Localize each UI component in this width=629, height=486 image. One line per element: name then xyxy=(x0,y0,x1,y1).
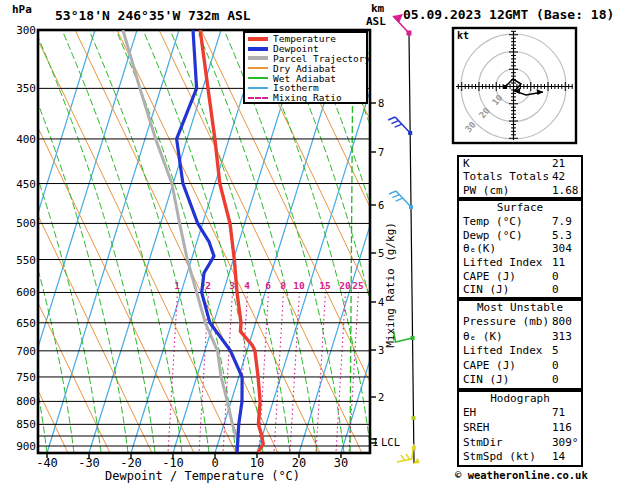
panel-row-label: Dewp (°C) xyxy=(463,229,523,242)
panel-row: CIN (J)0 xyxy=(459,283,581,297)
temperature-tick-label: -10 xyxy=(155,456,191,470)
legend-label: Wet Adiabat xyxy=(273,74,336,83)
panel-row-label: StmSpd (kt) xyxy=(463,450,536,463)
legend-label: Temperature xyxy=(273,34,336,43)
panel-row-value: 309° xyxy=(552,436,579,449)
pressure-tick-label: 600 xyxy=(8,286,36,299)
panel-row-value: 14 xyxy=(552,450,565,463)
mixing-ratio-label: 25 xyxy=(349,280,367,291)
pressure-tick-label: 300 xyxy=(8,24,36,37)
panel-row: StmDir309° xyxy=(459,436,581,451)
legend-swatch xyxy=(248,97,268,99)
altitude-axis-unit-asl: ASL xyxy=(366,15,386,28)
hodograph-unit-label: kt xyxy=(457,30,469,41)
panel-row: Lifted Index5 xyxy=(459,344,581,359)
pressure-tick-label: 350 xyxy=(8,82,36,95)
pressure-tick-label: 750 xyxy=(8,371,36,384)
panel-row: PW (cm)1.68 xyxy=(459,184,581,197)
panel-row-label: StmDir xyxy=(463,436,503,449)
panel-row: StmSpd (kt)14 xyxy=(459,450,581,465)
pressure-tick-label: 700 xyxy=(8,345,36,358)
panel-row: CAPE (J)0 xyxy=(459,359,581,374)
panel-row-value: 0 xyxy=(552,359,559,372)
panel-row-label: EH xyxy=(463,406,476,419)
panel-row-value: 0 xyxy=(552,373,559,386)
panel-row-value: 42 xyxy=(552,170,565,183)
panel-row-value: 800 xyxy=(552,315,572,328)
panel-row-value: 1.68 xyxy=(552,184,579,197)
pressure-unit-label: hPa xyxy=(12,3,32,16)
mixing-ratio-label: 15 xyxy=(316,280,334,291)
temperature-tick-label: 0 xyxy=(197,456,233,470)
panel-row: Dewp (°C)5.3 xyxy=(459,229,581,243)
pressure-tick-label: 850 xyxy=(8,418,36,431)
legend-item: Mixing Ratio xyxy=(248,93,366,103)
km-tick-label: 6 xyxy=(378,199,392,211)
panel-row-value: 7.9 xyxy=(552,215,572,228)
temperature-tick-label: -40 xyxy=(29,456,65,470)
panel-row-label: Pressure (mb) xyxy=(463,315,549,328)
legend: TemperatureDewpointParcel TrajectoryDry … xyxy=(243,31,368,104)
panel-row: Lifted Index11 xyxy=(459,256,581,270)
panel-title: Hodograph xyxy=(459,392,581,406)
mixing-ratio-label: 10 xyxy=(290,280,308,291)
legend-swatch xyxy=(248,56,268,60)
panel-row-value: 21 xyxy=(552,157,565,170)
panel-row-label: CIN (J) xyxy=(463,373,509,386)
panel-row-value: 116 xyxy=(552,421,572,434)
station-title: 53°18'N 246°35'W 732m ASL xyxy=(55,8,251,23)
legend-item: Dry Adiabat xyxy=(248,63,366,73)
panel-row-label: Lifted Index xyxy=(463,344,542,357)
legend-label: Parcel Trajectory xyxy=(273,54,370,63)
pressure-tick-label: 400 xyxy=(8,133,36,146)
km-tick-label: 8 xyxy=(378,97,392,109)
legend-label: Mixing Ratio xyxy=(273,93,342,102)
mixing-ratio-label: 1 xyxy=(168,280,186,291)
panel-row-label: Totals Totals xyxy=(463,170,549,183)
pressure-tick-label: 500 xyxy=(8,217,36,230)
panel-row: Totals Totals42 xyxy=(459,170,581,183)
legend-swatch xyxy=(248,77,268,79)
legend-item: Parcel Trajectory xyxy=(248,54,366,64)
panel-row-label: SREH xyxy=(463,421,490,434)
temperature-tick-label: -30 xyxy=(71,456,107,470)
panel-row: θₑ (K)313 xyxy=(459,330,581,345)
pressure-tick-label: 450 xyxy=(8,178,36,191)
panel-most-unstable: Most UnstablePressure (mb)800θₑ (K)313Li… xyxy=(457,299,583,390)
datetime-title: 05.09.2023 12GMT (Base: 18) xyxy=(403,7,614,22)
panel-hodograph: HodographEH71SREH116StmDir309°StmSpd (kt… xyxy=(457,390,583,467)
sounding-screenshot: hPa 53°18'N 246°35'W 732m ASL 05.09.2023… xyxy=(0,0,629,486)
panel-row-value: 313 xyxy=(552,330,572,343)
panel-row: Pressure (mb)800 xyxy=(459,315,581,330)
temperature-tick-label: 20 xyxy=(281,456,317,470)
panel-row-label: CIN (J) xyxy=(463,283,509,296)
km-tick-label: 2 xyxy=(378,391,392,403)
panel-row-label: PW (cm) xyxy=(463,184,509,197)
pressure-tick-label: 550 xyxy=(8,254,36,267)
panel-row-label: θₑ (K) xyxy=(463,330,503,343)
panel-row-label: CAPE (J) xyxy=(463,359,516,372)
legend-swatch xyxy=(248,67,268,69)
panel-row: θₑ(K)304 xyxy=(459,242,581,256)
x-axis-title: Dewpoint / Temperature (°C) xyxy=(105,469,300,483)
pressure-tick-label: 800 xyxy=(8,395,36,408)
mixing-ratio-label: 2 xyxy=(199,280,217,291)
mixing-ratio-label: 4 xyxy=(238,280,256,291)
panel-surface: SurfaceTemp (°C)7.9Dewp (°C)5.3θₑ(K)304L… xyxy=(457,199,583,299)
panel-row: K21 xyxy=(459,157,581,170)
panel-row: EH71 xyxy=(459,406,581,421)
panel-row-label: θₑ(K) xyxy=(463,242,496,255)
mixing-ratio-axis-title: Mixing Ratio (g/kg) xyxy=(384,222,397,348)
altitude-axis-unit-km: km xyxy=(371,2,384,15)
legend-swatch xyxy=(248,47,268,51)
lcl-label: LCL xyxy=(381,436,400,448)
panel-row-value: 0 xyxy=(552,270,559,283)
km-tick-label: 7 xyxy=(378,146,392,158)
panel-row-label: K xyxy=(463,157,470,170)
panel-row-label: CAPE (J) xyxy=(463,270,516,283)
legend-swatch xyxy=(248,87,268,89)
panel-row-label: Temp (°C) xyxy=(463,215,523,228)
temperature-tick-label: 10 xyxy=(239,456,275,470)
panel-title: Most Unstable xyxy=(459,301,581,315)
curve-parcel-trajectory xyxy=(123,30,238,440)
